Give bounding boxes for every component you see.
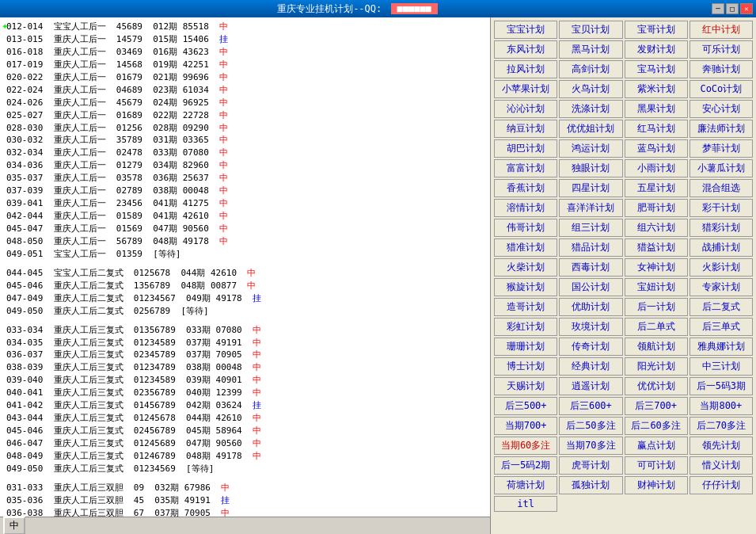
plan-cell[interactable]: 虎哥计划 [559,456,622,475]
plan-cell[interactable]: 混合组选 [690,179,753,197]
plan-cell[interactable]: 雅典娜计划 [690,338,753,356]
plan-cell[interactable]: 赢点计划 [625,437,688,455]
plan-cell[interactable]: 黑马计划 [559,40,622,59]
plan-cell[interactable]: 领先计划 [690,437,753,455]
plan-cell[interactable]: 后三700+ [625,397,688,415]
minimize-button[interactable]: ─ [712,3,724,14]
plan-cell[interactable]: 当期60多注 [494,437,557,455]
plan-cell[interactable]: 猎准计划 [494,238,557,257]
plan-cell[interactable]: 拉风计划 [494,60,557,78]
plan-cell[interactable]: 小薯瓜计划 [690,159,753,177]
plan-cell[interactable]: 后二60多注 [625,417,688,435]
plan-cell[interactable]: 猎彩计划 [690,219,753,237]
plan-cell[interactable]: 后一5码2期 [494,456,557,475]
plan-cell[interactable]: 四星计划 [559,179,622,197]
plan-cell[interactable]: 高剑计划 [559,60,622,78]
plan-cell[interactable]: 后二复式 [690,298,753,316]
plan-cell[interactable]: 廉法师计划 [690,120,753,138]
plan-cell[interactable]: 紫米计划 [625,80,688,98]
plan-cell[interactable]: 当期800+ [690,397,753,415]
plan-cell[interactable]: 沁沁计划 [494,100,557,118]
restore-button[interactable]: □ [726,3,739,14]
plan-cell[interactable]: 宝妞计划 [625,278,688,296]
plan-cell[interactable]: 当期70多注 [559,437,622,455]
plan-cell[interactable]: 发财计划 [625,40,688,59]
plan-cell[interactable]: 安心计划 [690,100,753,118]
plan-cell[interactable]: 胡巴计划 [494,139,557,158]
plan-cell[interactable]: 孤独计划 [559,476,622,494]
plan-cell[interactable]: 优助计划 [559,298,622,316]
plan-cell[interactable]: 逍遥计划 [559,377,622,395]
plan-cell[interactable]: 传奇计划 [559,338,622,356]
left-panel-list[interactable]: 012-014 宝宝人工后一 45689 012期 85518 中013-015… [0,17,490,517]
right-panel[interactable]: 宝宝计划宝贝计划宝哥计划红中计划东风计划黑马计划发财计划可乐计划拉风计划高剑计划… [491,17,756,534]
status-button[interactable]: 中 [3,517,25,534]
plan-cell[interactable]: 女神计划 [625,258,688,277]
plan-cell[interactable]: 造哥计划 [494,298,557,316]
plan-cell[interactable]: 蓝鸟计划 [625,139,688,158]
plan-cell[interactable]: 博士计划 [494,357,557,376]
plan-cell[interactable]: 天赐计划 [494,377,557,395]
plan-cell[interactable]: 西毒计划 [559,258,622,277]
plan-cell[interactable]: 阳光计划 [625,357,688,376]
plan-cell[interactable]: 黑果计划 [625,100,688,118]
plan-cell[interactable]: 惜义计划 [690,456,753,475]
plan-cell[interactable]: 喜洋洋计划 [559,199,622,217]
plan-cell[interactable]: 可乐计划 [690,40,753,59]
plan-cell[interactable]: 小苹果计划 [494,80,557,98]
plan-cell[interactable]: 梦菲计划 [690,139,753,158]
plan-cell[interactable]: 红中计划 [690,21,753,39]
plan-cell[interactable]: 仔仔计划 [690,476,753,494]
close-button[interactable]: ✕ [740,3,753,14]
plan-cell[interactable]: 火柴计划 [494,258,557,277]
plan-cell[interactable]: 小雨计划 [625,159,688,177]
plan-cell[interactable]: 纳豆计划 [494,120,557,138]
plan-cell[interactable]: CoCo计划 [690,80,753,98]
plan-cell[interactable]: 富富计划 [494,159,557,177]
plan-cell[interactable]: 奔驰计划 [690,60,753,78]
plan-cell[interactable]: 专家计划 [690,278,753,296]
plan-cell[interactable]: 宝宝计划 [494,21,557,39]
plan-cell[interactable]: 伟哥计划 [494,219,557,237]
plan-cell[interactable]: 战捕计划 [690,238,753,257]
plan-cell[interactable]: 后一5码3期 [690,377,753,395]
plan-cell[interactable]: 洗涤计划 [559,100,622,118]
plan-cell[interactable]: 优优计划 [625,377,688,395]
plan-cell[interactable]: 宝马计划 [625,60,688,78]
plan-cell[interactable]: 宝贝计划 [559,21,622,39]
plan-cell[interactable]: 鸿运计划 [559,139,622,158]
plan-cell[interactable]: 宝哥计划 [625,21,688,39]
plan-cell[interactable]: 后二单式 [625,318,688,336]
plan-cell[interactable]: 火影计划 [690,258,753,277]
plan-cell[interactable]: 猎品计划 [559,238,622,257]
plan-cell[interactable]: itl [494,496,557,512]
plan-cell[interactable]: 组三计划 [559,219,622,237]
plan-cell[interactable]: 财神计划 [625,476,688,494]
plan-cell[interactable]: 后三单式 [690,318,753,336]
plan-cell[interactable]: 可可计划 [625,456,688,475]
plan-cell[interactable]: 领航计划 [625,338,688,356]
plan-cell[interactable]: 中三计划 [690,357,753,376]
plan-cell[interactable]: 玫境计划 [559,318,622,336]
plan-cell[interactable]: 猎益计划 [625,238,688,257]
plan-cell[interactable]: 后一计划 [625,298,688,316]
plan-cell[interactable]: 彩虹计划 [494,318,557,336]
plan-cell[interactable]: 经典计划 [559,357,622,376]
plan-cell[interactable]: 国公计划 [559,278,622,296]
plan-cell[interactable]: 彩干计划 [690,199,753,217]
plan-cell[interactable]: 溶情计划 [494,199,557,217]
plan-cell[interactable]: 五星计划 [625,179,688,197]
plan-cell[interactable]: 当期700+ [494,417,557,435]
plan-cell[interactable]: 优优姐计划 [559,120,622,138]
plan-cell[interactable]: 后二50多注 [559,417,622,435]
plan-cell[interactable]: 后三600+ [559,397,622,415]
plan-cell[interactable]: 肥哥计划 [625,199,688,217]
plan-cell[interactable]: 组六计划 [625,219,688,237]
plan-cell[interactable]: 珊珊计划 [494,338,557,356]
plan-cell[interactable]: 香蕉计划 [494,179,557,197]
plan-cell[interactable]: 红马计划 [625,120,688,138]
plan-cell[interactable]: 后二70多注 [690,417,753,435]
plan-cell[interactable]: 东风计划 [494,40,557,59]
plan-cell[interactable]: 火鸟计划 [559,80,622,98]
plan-cell[interactable]: 后三500+ [494,397,557,415]
